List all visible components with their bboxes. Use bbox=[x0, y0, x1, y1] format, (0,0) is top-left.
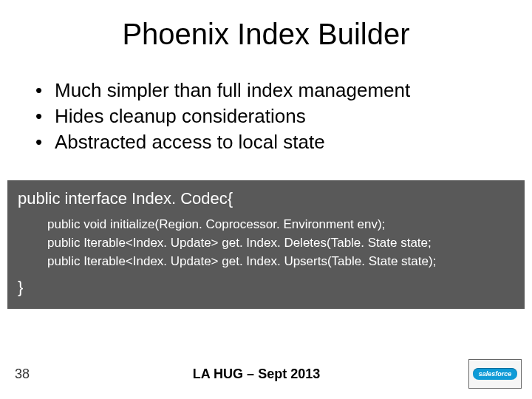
code-line: public void initialize(Region. Coprocess… bbox=[47, 216, 514, 234]
code-close-brace: } bbox=[18, 278, 514, 297]
code-body: public void initialize(Region. Coprocess… bbox=[18, 208, 514, 278]
bullet-item: Much simpler than full index management bbox=[35, 78, 532, 103]
code-interface-decl: public interface Index. Codec{ bbox=[18, 189, 514, 208]
salesforce-logo: salesforce bbox=[468, 359, 522, 389]
code-line: public Iterable<Index. Update> get. Inde… bbox=[47, 253, 514, 271]
bullet-item: Hides cleanup considerations bbox=[35, 103, 532, 129]
footer: 38 LA HUG – Sept 2013 salesforce bbox=[0, 359, 532, 389]
bullet-item: Abstracted access to local state bbox=[35, 129, 532, 155]
page-number: 38 bbox=[0, 366, 44, 382]
bullet-list: Much simpler than full index management … bbox=[35, 78, 532, 155]
slide-title: Phoenix Index Builder bbox=[0, 0, 532, 51]
conference-label: LA HUG – Sept 2013 bbox=[44, 366, 468, 382]
code-block: public interface Index. Codec{ public vo… bbox=[7, 180, 525, 309]
cloud-icon: salesforce bbox=[473, 368, 518, 380]
code-line: public Iterable<Index. Update> get. Inde… bbox=[47, 234, 514, 253]
